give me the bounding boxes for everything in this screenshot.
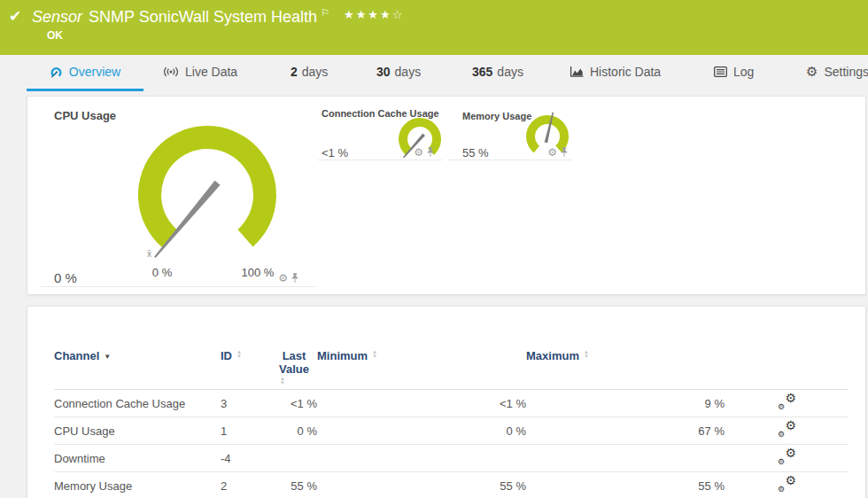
priority-stars[interactable]: ★★★★☆ [344, 8, 404, 21]
channel-settings-icon[interactable]: ⚙⚙ [777, 477, 796, 492]
mean-marker: x̄ [147, 249, 151, 259]
sensor-title-line: SensorSNMP SonicWall System Health⚐★★★★☆ [32, 7, 404, 27]
sort-icon[interactable]: ▲▼ [584, 350, 589, 359]
cache-current-value: <1 % [322, 146, 348, 160]
column-header-actions [725, 338, 849, 390]
column-header-maximum[interactable]: Maximum▲▼ [526, 338, 725, 390]
settings-gear-icon: ⚙ [806, 64, 818, 80]
tab-365-days-number: 365 [472, 65, 492, 79]
gear-icon[interactable]: ⚙ [414, 147, 423, 158]
column-header-channel[interactable]: Channel▼ [54, 338, 221, 390]
column-header-id[interactable]: ID▲▼ [221, 338, 275, 390]
pin-icon[interactable] [560, 146, 569, 158]
memory-tile-icons: ⚙ [547, 146, 569, 158]
priority-flag-icon[interactable]: ⚐ [321, 7, 329, 18]
status-badge: OK [47, 29, 63, 42]
minimum-cell: 0 % [317, 417, 526, 445]
tab-bar: Overview Live Data 2 days 30 days 365 da… [0, 55, 868, 91]
cpu-tile-icons: ⚙ [278, 272, 299, 284]
tab-2-days-unit: days [302, 65, 329, 79]
minimum-cell: 55 % [317, 472, 526, 498]
sensor-kind-label: Sensor [32, 8, 82, 26]
cpu-scale-max-label: 100 % [239, 266, 276, 279]
last-value-cell [275, 445, 317, 472]
maximum-cell [526, 445, 725, 472]
tab-30-days-unit: days [395, 65, 422, 79]
column-header-last-value[interactable]: Last Value▲▼ [275, 338, 317, 390]
sort-icon[interactable]: ▲▼ [236, 350, 242, 359]
channels-table-panel: Channel▼ ID▲▼ Last Value▲▼ Minimum▲▼ Max… [27, 306, 866, 498]
channel-settings-icon[interactable]: ⚙⚙ [777, 422, 796, 437]
tab-settings[interactable]: ⚙ Settings [806, 55, 868, 89]
cpu-usage-tile: CPU Usage x̄ 0 % 100 % 0 % ⚙ [41, 101, 315, 287]
channel-id-cell: 1 [221, 417, 275, 445]
pin-icon[interactable] [291, 272, 299, 284]
minimum-cell [317, 445, 526, 472]
channel-table: Channel▼ ID▲▼ Last Value▲▼ Minimum▲▼ Max… [54, 338, 849, 498]
tab-overview-label: Overview [69, 65, 120, 79]
maximum-cell: 55 % [526, 472, 725, 498]
tab-log-label: Log [733, 65, 754, 79]
tab-live-data[interactable]: Live Data [163, 55, 237, 89]
table-row: CPU Usage 1 0 % 0 % 67 % ⚙⚙ [54, 417, 849, 445]
channel-name-cell: CPU Usage [54, 417, 221, 445]
sensor-title: SNMP SonicWall System Health [89, 8, 317, 26]
tab-365-days[interactable]: 365 days [472, 55, 523, 89]
channel-name-cell: Connection Cache Usage [54, 390, 221, 417]
tab-settings-label: Settings [824, 65, 868, 79]
tab-historic-data[interactable]: Historic Data [570, 55, 661, 89]
cpu-current-value: 0 % [54, 270, 77, 285]
cpu-gauge-title: CPU Usage [54, 109, 116, 122]
maximum-cell: 9 % [526, 390, 725, 417]
minimum-cell: <1 % [317, 390, 526, 417]
sort-desc-icon[interactable]: ▼ [104, 353, 111, 361]
cpu-scale-min-label: 0 % [149, 266, 175, 279]
table-row: Downtime -4 ⚙⚙ [54, 445, 849, 472]
pin-icon[interactable] [426, 146, 435, 158]
channel-name-cell: Memory Usage [54, 472, 221, 498]
connection-cache-usage-tile: Connection Cache Usage <1 % ⚙ [318, 101, 442, 160]
table-header-row: Channel▼ ID▲▼ Last Value▲▼ Minimum▲▼ Max… [54, 338, 849, 390]
last-value-cell: <1 % [275, 390, 317, 417]
gear-icon[interactable]: ⚙ [278, 273, 288, 284]
gear-icon[interactable]: ⚙ [547, 147, 557, 158]
channel-id-cell: 3 [221, 390, 275, 417]
log-list-icon [714, 66, 727, 77]
tab-30-days[interactable]: 30 days [376, 55, 421, 89]
prtg-sensor-page: ✔ SensorSNMP SonicWall System Health⚐★★★… [0, 0, 868, 498]
star-empty[interactable]: ☆ [392, 8, 405, 21]
table-row: Connection Cache Usage 3 <1 % <1 % 9 % ⚙… [54, 390, 849, 417]
cpu-gauge[interactable] [110, 106, 305, 284]
channel-name-cell: Downtime [54, 445, 221, 472]
sort-icon[interactable]: ▲▼ [280, 377, 285, 385]
memory-usage-tile: Memory Usage 55 % ⚙ [448, 101, 572, 160]
table-row: Memory Usage 2 55 % 55 % 55 % ⚙⚙ [54, 472, 849, 498]
tab-overview[interactable]: Overview [27, 55, 143, 91]
tab-historic-data-label: Historic Data [590, 65, 661, 79]
tab-2-days-number: 2 [291, 65, 298, 79]
channel-id-cell: 2 [221, 472, 275, 498]
ok-check-icon: ✔ [9, 7, 21, 26]
tab-log[interactable]: Log [714, 55, 754, 89]
sort-icon[interactable]: ▲▼ [372, 350, 377, 359]
sensor-status-banner: ✔ SensorSNMP SonicWall System Health⚐★★★… [0, 0, 868, 55]
channel-settings-icon[interactable]: ⚙⚙ [777, 394, 796, 409]
maximum-cell: 67 % [526, 417, 725, 445]
live-data-icon [163, 66, 179, 77]
memory-current-value: 55 % [462, 146, 489, 160]
historic-chart-icon [570, 66, 584, 78]
tab-365-days-unit: days [497, 65, 523, 79]
tab-live-data-label: Live Data [185, 65, 237, 79]
overview-gauges-panel: CPU Usage x̄ 0 % 100 % 0 % ⚙ [27, 96, 866, 295]
tab-30-days-number: 30 [376, 65, 391, 79]
cache-tile-icons: ⚙ [414, 146, 435, 158]
gauge-icon [50, 66, 63, 79]
last-value-cell: 0 % [275, 417, 317, 445]
channel-id-cell: -4 [221, 445, 275, 472]
column-header-minimum[interactable]: Minimum▲▼ [317, 338, 526, 390]
stars-filled[interactable]: ★★★★ [344, 8, 392, 21]
last-value-cell: 55 % [275, 472, 317, 498]
tab-2-days[interactable]: 2 days [291, 55, 328, 89]
channel-settings-icon[interactable]: ⚙⚙ [777, 449, 796, 464]
